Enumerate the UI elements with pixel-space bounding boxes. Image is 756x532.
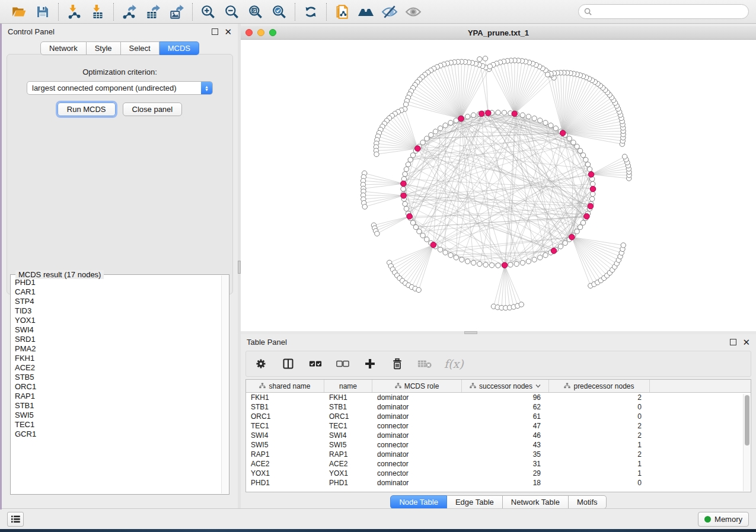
mcds-node-item[interactable]: TEC1 xyxy=(15,420,221,430)
save-session-icon[interactable] xyxy=(31,2,55,22)
scrollbar-thumb[interactable] xyxy=(745,395,749,446)
tab-motifs[interactable]: Motifs xyxy=(569,495,607,509)
table-toolbar: f(x) xyxy=(245,351,751,377)
open-file-icon[interactable] xyxy=(7,2,31,22)
table-row[interactable]: TEC1TEC1connector472 xyxy=(246,421,751,431)
mcds-node-item[interactable]: STP4 xyxy=(15,297,221,306)
criterion-dropdown[interactable]: largest connected component (undirected)… xyxy=(27,81,213,95)
tab-select[interactable]: Select xyxy=(121,41,160,55)
show-column-panel-icon[interactable] xyxy=(280,356,296,371)
cell-successor-nodes: 18 xyxy=(462,478,549,488)
select-all-rows-icon[interactable] xyxy=(308,356,323,371)
memory-button[interactable]: Memory xyxy=(698,512,749,527)
zoom-out-icon[interactable] xyxy=(220,2,244,22)
node-table[interactable]: shared namenameMCDS rolesuccessor nodesp… xyxy=(245,379,751,492)
table-row[interactable]: STB1STB1dominator620 xyxy=(246,402,751,412)
table-row[interactable]: PHD1PHD1dominator180 xyxy=(246,478,751,488)
table-row[interactable]: SWI5SWI5connector431 xyxy=(246,440,751,450)
cell-name: STB1 xyxy=(324,402,372,412)
mcds-node-item[interactable]: SWI4 xyxy=(15,325,221,335)
mcds-node-item[interactable]: YOX1 xyxy=(15,316,221,325)
column-header-name[interactable]: name xyxy=(324,380,372,392)
table-row[interactable]: SWI4SWI4dominator462 xyxy=(246,431,751,440)
app-window: Control Panel ✕ NetworkStyleSelectMCDS O… xyxy=(0,0,756,529)
cell-name: SWI4 xyxy=(324,431,372,440)
export-network-icon[interactable] xyxy=(117,2,141,22)
toolbar-separator xyxy=(326,3,327,21)
tab-mcds[interactable]: MCDS xyxy=(160,41,199,55)
close-panel-icon[interactable]: ✕ xyxy=(224,28,232,35)
cell-MCDS-role: connector xyxy=(372,421,462,431)
mcds-node-item[interactable]: STB5 xyxy=(15,373,221,382)
delete-table-icon[interactable] xyxy=(417,356,432,371)
mcds-node-item[interactable]: SRD1 xyxy=(15,335,221,344)
mcds-result-list[interactable]: PHD1CAR1STP4TID3YOX1SWI4SRD1PMA2FKH1ACE2… xyxy=(11,275,221,493)
hide-selected-icon[interactable] xyxy=(378,2,401,22)
import-table-icon[interactable] xyxy=(86,2,110,22)
table-row[interactable]: RAP1RAP1dominator352 xyxy=(246,450,751,459)
close-panel-icon[interactable]: ✕ xyxy=(742,339,750,345)
table-row[interactable]: FKH1FKH1dominator962 xyxy=(246,393,751,402)
table-scrollbar[interactable] xyxy=(743,394,750,491)
export-table-icon[interactable] xyxy=(141,2,165,22)
show-all-icon[interactable] xyxy=(401,2,425,22)
run-mcds-button[interactable]: Run MCDS xyxy=(58,102,116,116)
network-window-titlebar[interactable]: YPA_prune.txt_1 xyxy=(241,26,756,40)
mcds-node-item[interactable]: PMA2 xyxy=(15,344,221,354)
main-toolbar xyxy=(0,0,756,24)
mcds-node-item[interactable]: ORC1 xyxy=(15,382,221,392)
cell-shared-name: PHD1 xyxy=(246,478,324,488)
column-header-successor-nodes[interactable]: successor nodes xyxy=(462,380,549,392)
export-image-icon[interactable] xyxy=(165,2,189,22)
table-settings-gear-icon[interactable] xyxy=(253,356,269,371)
mcds-node-item[interactable]: FKH1 xyxy=(15,354,221,363)
cell-name: SWI5 xyxy=(324,440,372,450)
tab-edge-table[interactable]: Edge Table xyxy=(447,495,503,509)
mcds-node-item[interactable]: STB1 xyxy=(15,401,221,411)
refresh-icon[interactable] xyxy=(299,2,323,22)
mcds-node-item[interactable]: ACE2 xyxy=(15,363,221,373)
cell-successor-nodes: 62 xyxy=(462,402,549,412)
mcds-node-item[interactable]: SWI5 xyxy=(15,411,221,420)
column-header-MCDS-role[interactable]: MCDS role xyxy=(372,380,462,392)
delete-column-icon[interactable] xyxy=(390,356,405,371)
function-builder-icon[interactable]: f(x) xyxy=(444,357,464,370)
cell-predecessor-nodes: 0 xyxy=(549,412,650,421)
cell-predecessor-nodes: 1 xyxy=(549,440,650,450)
close-panel-button[interactable]: Close panel xyxy=(123,102,183,116)
toolbar-separator xyxy=(113,3,114,21)
search-input[interactable] xyxy=(595,8,743,16)
cell-name: RAP1 xyxy=(324,450,372,459)
float-panel-icon[interactable] xyxy=(730,339,736,345)
network-canvas[interactable] xyxy=(241,40,756,331)
tab-node-table[interactable]: Node Table xyxy=(390,495,447,509)
deselect-all-rows-icon[interactable] xyxy=(335,356,350,371)
zoom-selected-icon[interactable] xyxy=(267,2,291,22)
float-panel-icon[interactable] xyxy=(212,28,218,35)
tab-network[interactable]: Network xyxy=(40,41,87,55)
new-network-from-selection-icon[interactable] xyxy=(330,2,354,22)
import-network-icon[interactable] xyxy=(62,2,86,22)
mcds-node-item[interactable]: RAP1 xyxy=(15,392,221,401)
table-row[interactable]: ORC1ORC1dominator610 xyxy=(246,412,751,421)
table-row[interactable]: YOX1YOX1connector291 xyxy=(246,469,751,478)
mcds-node-item[interactable]: GCR1 xyxy=(15,430,221,439)
table-row[interactable]: ACE2ACE2connector311 xyxy=(246,459,751,469)
task-history-button[interactable] xyxy=(7,512,24,527)
cell-shared-name: YOX1 xyxy=(246,469,324,478)
cell-successor-nodes: 61 xyxy=(462,412,549,421)
tab-network-table[interactable]: Network Table xyxy=(503,495,569,509)
search-field[interactable] xyxy=(578,4,749,19)
tab-style[interactable]: Style xyxy=(87,41,121,55)
toolbar-separator xyxy=(58,3,59,21)
find-icon[interactable] xyxy=(354,2,378,22)
column-header-shared-name[interactable]: shared name xyxy=(246,380,324,392)
zoom-in-icon[interactable] xyxy=(196,2,220,22)
zoom-fit-icon[interactable] xyxy=(244,2,267,22)
column-header-predecessor-nodes[interactable]: predecessor nodes xyxy=(549,380,650,392)
mcds-node-item[interactable]: TID3 xyxy=(15,306,221,316)
mcds-node-item[interactable]: CAR1 xyxy=(15,287,221,297)
mcds-list-scrollbar[interactable] xyxy=(221,275,228,493)
add-column-icon[interactable] xyxy=(362,356,378,371)
mcds-node-item[interactable]: PHD1 xyxy=(15,278,221,287)
